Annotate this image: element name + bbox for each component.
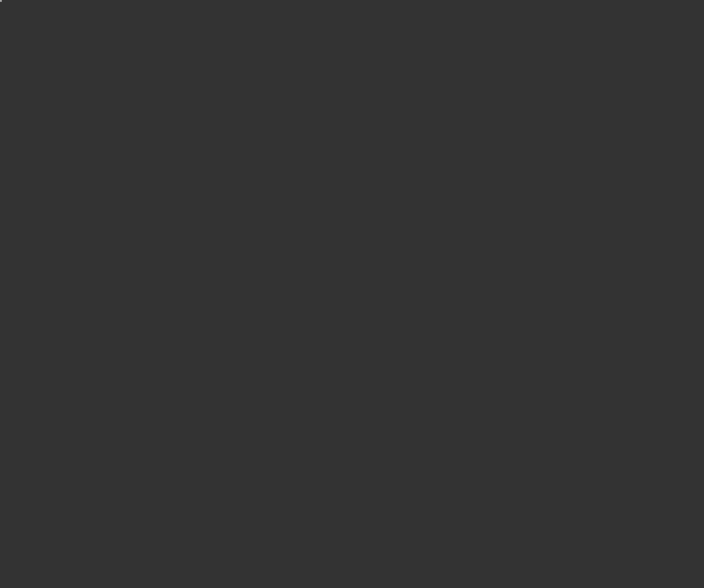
chart-canvas — [0, 0, 704, 588]
gamut-rings-svg — [0, 0, 704, 588]
